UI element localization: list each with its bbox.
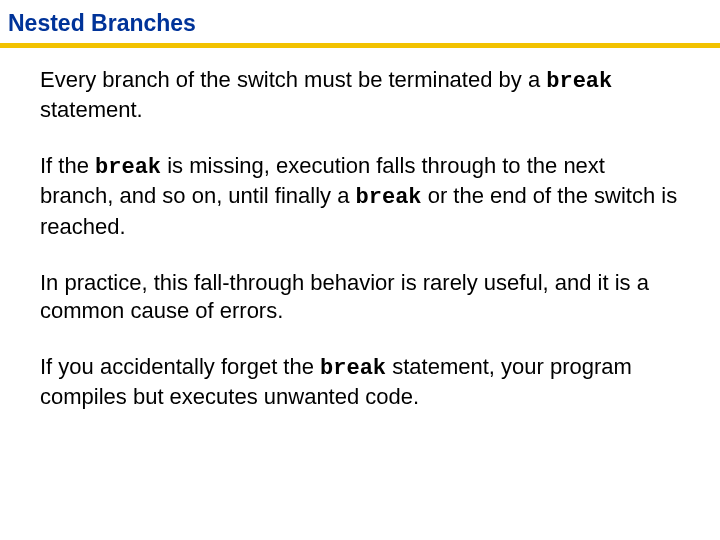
text: Every branch of the switch must be termi…: [40, 67, 546, 92]
text: statement.: [40, 97, 143, 122]
slide-body: Every branch of the switch must be termi…: [0, 48, 720, 411]
paragraph-2: If the break is missing, execution falls…: [40, 152, 680, 240]
paragraph-4: If you accidentally forget the break sta…: [40, 353, 680, 411]
slide-title: Nested Branches: [0, 0, 720, 43]
code-keyword-break: break: [95, 155, 161, 180]
paragraph-3: In practice, this fall-through behavior …: [40, 269, 680, 325]
slide: Nested Branches Every branch of the swit…: [0, 0, 720, 540]
code-keyword-break: break: [356, 185, 422, 210]
text: In practice, this fall-through behavior …: [40, 270, 649, 323]
text: If you accidentally forget the: [40, 354, 320, 379]
code-keyword-break: break: [546, 69, 612, 94]
text: If the: [40, 153, 95, 178]
code-keyword-break: break: [320, 356, 386, 381]
paragraph-1: Every branch of the switch must be termi…: [40, 66, 680, 124]
